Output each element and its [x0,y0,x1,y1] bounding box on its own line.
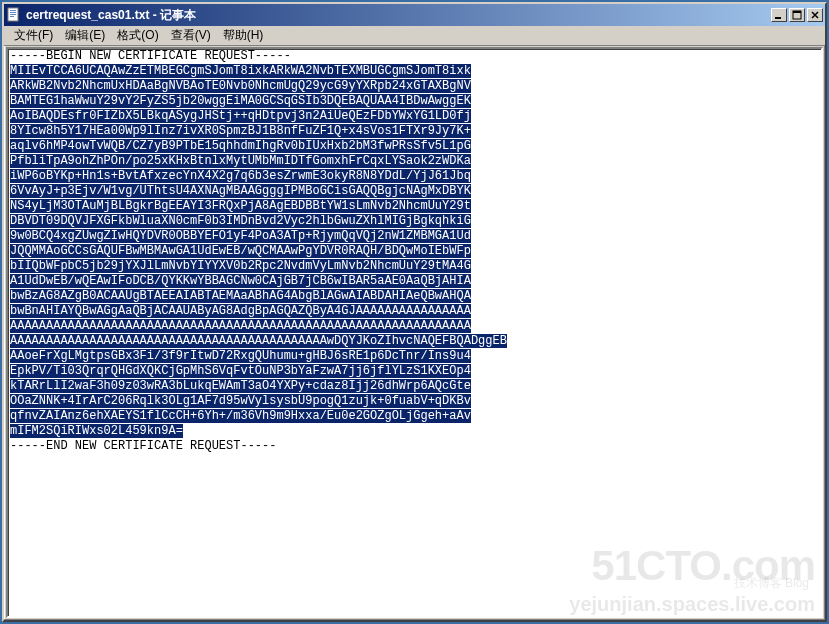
window-controls [771,8,823,22]
maximize-button[interactable] [789,8,805,22]
menu-format[interactable]: 格式(O) [111,25,164,46]
svg-rect-3 [10,14,16,15]
minimize-button[interactable] [771,8,787,22]
menu-view[interactable]: 查看(V) [165,25,217,46]
text-scroll[interactable]: -----BEGIN NEW CERTIFICATE REQUEST-----M… [8,49,821,616]
svg-rect-4 [10,16,14,17]
notepad-window: certrequest_cas01.txt - 记事本 文件(F) 编辑(E) … [2,2,827,622]
app-icon [6,7,22,23]
svg-rect-7 [793,11,801,13]
close-button[interactable] [807,8,823,22]
titlebar[interactable]: certrequest_cas01.txt - 记事本 [4,4,825,26]
menu-help[interactable]: 帮助(H) [217,25,270,46]
svg-rect-1 [10,10,16,11]
window-title: certrequest_cas01.txt - 记事本 [26,7,771,24]
svg-rect-5 [775,17,781,19]
svg-rect-2 [10,12,16,13]
editor-area: -----BEGIN NEW CERTIFICATE REQUEST-----M… [6,47,823,618]
text-content[interactable]: -----BEGIN NEW CERTIFICATE REQUEST-----M… [8,49,821,454]
menu-edit[interactable]: 编辑(E) [59,25,111,46]
menu-file[interactable]: 文件(F) [8,25,59,46]
menubar: 文件(F) 编辑(E) 格式(O) 查看(V) 帮助(H) [4,26,825,46]
